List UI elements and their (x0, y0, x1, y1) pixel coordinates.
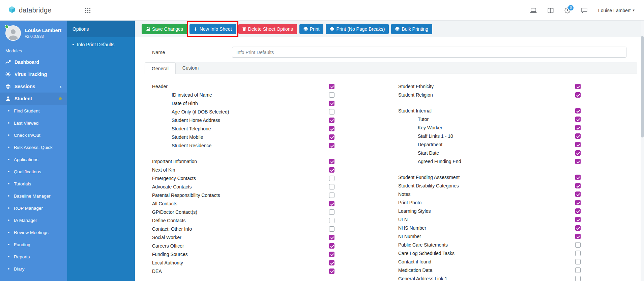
checkbox-group: HeaderID instead of NameDate of BirthAge… (152, 82, 385, 150)
checkbox-student-internal[interactable] (575, 108, 581, 113)
sidebar-item-find-student[interactable]: Find Student (0, 105, 67, 117)
checkbox-local-authority[interactable] (329, 260, 334, 265)
checkbox-student-disability-categories[interactable] (575, 183, 581, 188)
checkbox-learning-styles[interactable] (575, 208, 581, 214)
checkbox-age-only-if-dob-selected[interactable] (329, 109, 334, 114)
sidebar-item-check-in-out[interactable]: Check In/Out (0, 129, 67, 141)
sidebar-item-funding[interactable]: Funding (0, 238, 67, 251)
checkbox-label: Advocate Contacts (152, 184, 192, 189)
checkbox-row: Next of Kin (152, 165, 385, 174)
checkbox-advocate-contacts[interactable] (329, 184, 334, 189)
vertical-scrollbar[interactable] (641, 21, 644, 281)
checkbox-id-instead-of-name[interactable] (329, 92, 334, 98)
user-menu[interactable]: Louise Lambert ▾ (598, 8, 635, 13)
sidebar-user-block: Louise Lambert v2.0.0.933 (0, 21, 67, 44)
sidebar-item-last-viewed[interactable]: Last Viewed (0, 117, 67, 129)
sidebar-item-review-meetings[interactable]: Review Meetings (0, 226, 67, 238)
checkbox-important-information[interactable] (329, 159, 334, 164)
checkbox-next-of-kin[interactable] (329, 167, 334, 173)
sidebar-item-label: IA Manager (14, 218, 37, 223)
sidebar-item-applications[interactable]: Applications (0, 153, 67, 165)
laptop-icon[interactable] (530, 8, 537, 13)
checkbox-contact-if-found[interactable] (575, 259, 581, 264)
name-input[interactable] (232, 47, 626, 58)
sidebar-item-risk-assess-quick[interactable]: Risk Assess. Quick (0, 141, 67, 153)
new-info-sheet-button[interactable]: New Info Sheet (189, 24, 236, 34)
checkbox-uln[interactable] (575, 217, 581, 222)
checkbox-row: Local Authority (152, 258, 385, 267)
sidebar-item-label: Applications (14, 157, 38, 162)
checkbox-emergency-contacts[interactable] (329, 176, 334, 181)
checkbox-funding-sources[interactable] (329, 252, 334, 257)
save-changes-button[interactable]: Save Changes (142, 24, 187, 34)
checkbox-dea[interactable] (329, 269, 334, 274)
checkbox-student-religion[interactable] (575, 92, 581, 98)
checkbox-nhs-number[interactable] (575, 225, 581, 231)
scrollbar-thumb[interactable] (641, 36, 644, 137)
modules-nav: DashboardVirus TrackingSessions›Student (0, 56, 67, 105)
print-button[interactable]: Print (299, 24, 324, 34)
apps-grid-icon[interactable] (85, 7, 91, 13)
checkbox-print-photo[interactable] (575, 200, 581, 205)
sidebar-item-label: Virus Tracking (14, 72, 47, 77)
options-list: Info Print Defaults (67, 39, 135, 50)
checkbox-agreed-funding-end[interactable] (575, 159, 581, 164)
checkbox-ni-number[interactable] (575, 234, 581, 239)
chat-icon[interactable] (581, 7, 587, 13)
tab-custom[interactable]: Custom (176, 62, 205, 74)
sidebar-item-reports[interactable]: Reports (0, 251, 67, 263)
sidebar-item-diary[interactable]: Diary (0, 263, 67, 275)
brand[interactable]: databridge (8, 0, 52, 21)
sidebar-item-qualifications[interactable]: Qualifications (0, 165, 67, 178)
checkbox-gp-doctor-contact-s[interactable] (329, 209, 334, 215)
sidebar-item-virus-tracking[interactable]: Virus Tracking (0, 68, 67, 80)
checkbox-label: Student Internal (398, 108, 432, 113)
checkbox-student-ethnicity[interactable] (575, 84, 581, 89)
sidebar: Louise Lambert v2.0.0.933 Modules Dashbo… (0, 21, 67, 281)
checkbox-label: Careers Officer (152, 243, 184, 249)
checkbox-parental-responsibility-contacts[interactable] (329, 193, 334, 198)
checkbox-student-telephone[interactable] (329, 126, 334, 131)
checkbox-student-residence[interactable] (329, 143, 334, 148)
checkbox-notes[interactable] (575, 191, 581, 197)
clock-icon[interactable]: 0 (564, 7, 570, 14)
sidebar-item-rop-manager[interactable]: ROP Manager (0, 202, 67, 214)
checkbox-medication-data[interactable] (575, 267, 581, 273)
checkbox-student-home-address[interactable] (329, 118, 334, 123)
checkbox-public-care-statements[interactable] (575, 242, 581, 248)
checkbox-social-worker[interactable] (329, 235, 334, 240)
tab-general[interactable]: General (145, 62, 176, 74)
sidebar-item-baseline-manager[interactable]: Baseline Manager (0, 190, 67, 202)
checkbox-student-funding-assessment[interactable] (575, 175, 581, 180)
book-icon[interactable] (548, 8, 554, 13)
checkbox-date-of-birth[interactable] (329, 101, 334, 106)
checkbox-careers-officer[interactable] (329, 243, 334, 249)
checkbox-row: Student Mobile (152, 133, 385, 141)
checkbox-row: Student Disability Categories (398, 181, 631, 190)
checkbox-tutor[interactable] (575, 117, 581, 122)
checkbox-general-address-link-1[interactable] (575, 276, 581, 281)
checkbox-student-mobile[interactable] (329, 134, 334, 140)
sidebar-item-sessions[interactable]: Sessions› (0, 80, 67, 93)
sidebar-user-name: Louise Lambert (25, 28, 61, 33)
checkbox-row: Print Photo (398, 198, 631, 207)
checkbox-staff-links-1-10[interactable] (575, 133, 581, 139)
checkbox-start-date[interactable] (575, 150, 581, 156)
avatar[interactable] (5, 25, 21, 41)
sidebar-item-student[interactable]: Student (0, 93, 67, 105)
checkbox-key-worker[interactable] (575, 125, 581, 130)
bulk-printing-button[interactable]: Bulk Printing (391, 24, 432, 34)
caret-down-icon: ▾ (633, 8, 635, 12)
sidebar-item-dashboard[interactable]: Dashboard (0, 56, 67, 68)
checkbox-care-log-scheduled-tasks[interactable] (575, 251, 581, 256)
checkbox-all-contacts[interactable] (329, 201, 334, 206)
checkbox-contact-other-info[interactable] (329, 226, 334, 232)
checkbox-define-contacts[interactable] (329, 218, 334, 223)
print-no-page-breaks-button[interactable]: Print (No Page Breaks) (326, 24, 389, 34)
sidebar-item-ia-manager[interactable]: IA Manager (0, 214, 67, 226)
sidebar-item-tutorials[interactable]: Tutorials (0, 178, 67, 190)
delete-sheet-options-button[interactable]: Delete Sheet Options (238, 24, 297, 34)
checkbox-header[interactable] (329, 84, 334, 89)
checkbox-department[interactable] (575, 142, 581, 147)
options-item-info-print-defaults[interactable]: Info Print Defaults (67, 39, 135, 50)
